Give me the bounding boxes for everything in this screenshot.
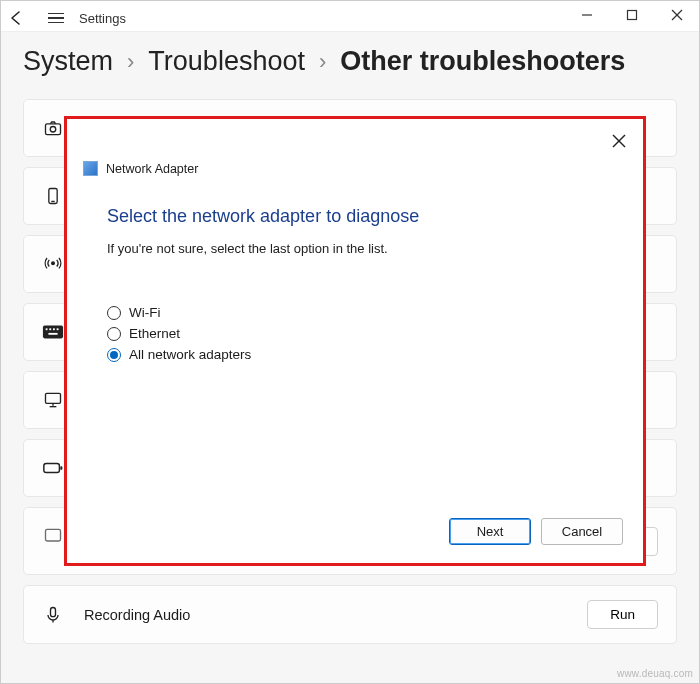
svg-rect-10 bbox=[46, 328, 48, 330]
dialog-heading: Select the network adapter to diagnose bbox=[107, 206, 603, 227]
svg-rect-9 bbox=[43, 326, 63, 339]
compat-icon bbox=[42, 526, 64, 546]
svg-rect-18 bbox=[44, 463, 60, 472]
keyboard-icon bbox=[42, 324, 64, 340]
radio-label: Wi-Fi bbox=[129, 305, 160, 320]
chevron-right-icon: › bbox=[127, 49, 134, 75]
svg-rect-21 bbox=[51, 607, 56, 616]
dialog-subtext: If you're not sure, select the last opti… bbox=[107, 241, 603, 256]
dialog-title-bar: Network Adapter bbox=[67, 119, 643, 176]
dialog-title: Network Adapter bbox=[106, 162, 198, 176]
next-button[interactable]: Next bbox=[449, 518, 531, 545]
svg-rect-20 bbox=[46, 529, 61, 541]
svg-point-5 bbox=[50, 127, 56, 133]
crumb-troubleshoot[interactable]: Troubleshoot bbox=[148, 46, 305, 77]
svg-rect-4 bbox=[46, 124, 61, 135]
troubleshooter-icon bbox=[83, 161, 98, 176]
svg-rect-1 bbox=[627, 11, 636, 20]
svg-rect-11 bbox=[49, 328, 51, 330]
svg-rect-14 bbox=[48, 333, 57, 335]
troubleshooter-dialog: Network Adapter Select the network adapt… bbox=[64, 116, 646, 566]
cancel-button[interactable]: Cancel bbox=[541, 518, 623, 545]
crumb-system[interactable]: System bbox=[23, 46, 113, 77]
breadcrumb: System › Troubleshoot › Other troublesho… bbox=[1, 32, 699, 99]
phone-icon bbox=[42, 186, 64, 206]
run-button[interactable]: Run bbox=[587, 600, 658, 629]
svg-rect-12 bbox=[53, 328, 55, 330]
back-button[interactable] bbox=[7, 9, 33, 27]
camera-icon bbox=[42, 118, 64, 138]
radio-label: Ethernet bbox=[129, 326, 180, 341]
app-title: Settings bbox=[79, 11, 126, 26]
watermark: www.deuaq.com bbox=[617, 668, 693, 679]
radio-label: All network adapters bbox=[129, 347, 251, 362]
svg-rect-19 bbox=[60, 466, 62, 470]
item-title: Recording Audio bbox=[84, 607, 567, 623]
radio-option-wifi[interactable]: Wi-Fi bbox=[107, 302, 603, 323]
chevron-right-icon: › bbox=[319, 49, 326, 75]
microphone-icon bbox=[42, 604, 64, 626]
crumb-current: Other troubleshooters bbox=[340, 46, 625, 77]
radio-option-ethernet[interactable]: Ethernet bbox=[107, 323, 603, 344]
monitor-icon bbox=[42, 390, 64, 410]
antenna-icon bbox=[42, 254, 64, 274]
list-item-recording-audio[interactable]: Recording Audio Run bbox=[23, 585, 677, 644]
battery-icon bbox=[42, 461, 64, 475]
radio-icon bbox=[107, 348, 121, 362]
svg-point-8 bbox=[52, 262, 55, 265]
radio-icon bbox=[107, 306, 121, 320]
svg-rect-13 bbox=[57, 328, 59, 330]
radio-icon bbox=[107, 327, 121, 341]
minimize-button[interactable] bbox=[564, 1, 609, 29]
radio-option-all[interactable]: All network adapters bbox=[107, 344, 603, 365]
close-window-button[interactable] bbox=[654, 1, 699, 29]
menu-button[interactable] bbox=[43, 13, 69, 24]
maximize-button[interactable] bbox=[609, 1, 654, 29]
svg-rect-15 bbox=[46, 393, 61, 403]
dialog-close-button[interactable] bbox=[607, 129, 631, 153]
